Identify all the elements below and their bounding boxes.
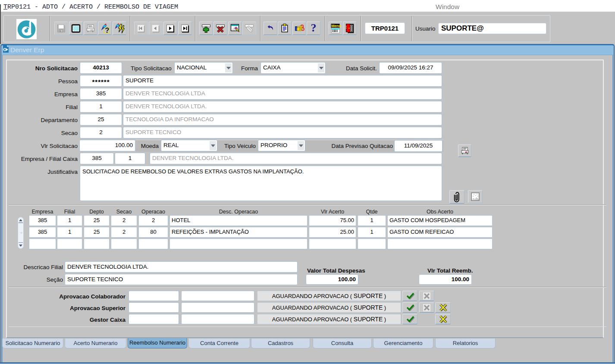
svg-text:?: ? (105, 27, 110, 34)
svg-text:?: ? (311, 23, 317, 34)
svg-text:Menu: Menu (331, 23, 341, 28)
